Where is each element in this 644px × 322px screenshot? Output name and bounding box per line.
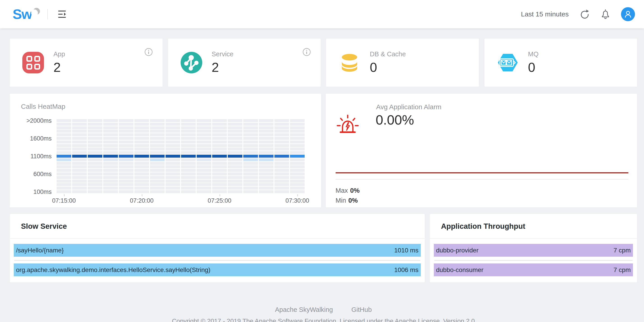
heatmap-cell	[103, 187, 118, 190]
heatmap-cell	[119, 141, 134, 144]
application-throughput-list: dubbo-provider7 cpmdubbo-consumer7 cpm	[430, 239, 637, 276]
list-item-value: 7 cpm	[614, 266, 631, 274]
heatmap-cell	[181, 137, 196, 140]
heatmap-cell	[274, 172, 289, 175]
heatmap-cell	[88, 180, 102, 183]
info-icon[interactable]	[302, 48, 311, 57]
refresh-button[interactable]	[580, 9, 590, 19]
sidebar-collapse-button[interactable]	[58, 10, 67, 18]
heatmap-cell	[274, 190, 289, 193]
heatmap-cell	[150, 183, 164, 186]
heatmap-cell	[274, 162, 289, 165]
heatmap-cell	[259, 169, 274, 172]
heatmap-cell	[212, 155, 227, 158]
user-avatar[interactable]	[621, 7, 635, 21]
notifications-button[interactable]	[601, 9, 610, 19]
heatmap-cell	[212, 144, 227, 147]
heatmap-cell	[72, 155, 87, 158]
heatmap-cell	[166, 141, 180, 144]
heatmap-cell	[166, 190, 180, 193]
heatmap-cell	[72, 130, 87, 133]
heatmap-cell	[197, 119, 211, 122]
heatmap-cell	[181, 119, 196, 122]
heatmap-cell	[119, 137, 134, 140]
heatmap-cell	[290, 169, 305, 172]
heatmap-cell	[134, 187, 149, 190]
stat-card-label: DB & Cache	[370, 50, 406, 58]
heatmap-cell	[103, 155, 118, 158]
heatmap-cell	[243, 176, 258, 179]
heatmap-cell	[243, 190, 258, 193]
alarm-max-stat: Max0%	[336, 187, 360, 194]
heatmap-cell	[181, 176, 196, 179]
heatmap-cell	[150, 130, 164, 133]
heatmap-cell	[274, 123, 289, 126]
calls-heatmap-panel: Calls HeatMap >2000ms1600ms1100ms600ms10…	[10, 93, 321, 208]
heatmap-cell	[72, 126, 87, 129]
heatmap-cell	[181, 190, 196, 193]
slow-service-title: Slow Service	[10, 214, 425, 239]
heatmap-cell	[228, 144, 242, 147]
calls-heatmap-grid	[56, 119, 305, 194]
heatmap-cell	[259, 148, 274, 151]
heatmap-cell	[72, 137, 87, 140]
heatmap-y-label: 1600ms	[10, 136, 52, 142]
heatmap-cell	[166, 130, 180, 133]
heatmap-cell	[228, 148, 242, 151]
heatmap-cell	[259, 141, 274, 144]
time-range-selector[interactable]: Last 15 minutes	[521, 10, 569, 18]
heatmap-cell	[274, 187, 289, 190]
heatmap-cell	[243, 172, 258, 175]
heatmap-cell	[290, 130, 305, 133]
heatmap-cell	[181, 165, 196, 168]
heatmap-cell	[103, 126, 118, 129]
heatmap-cell	[243, 126, 258, 129]
heatmap-cell	[259, 133, 274, 136]
skywalking-logo[interactable]: Sw	[13, 4, 41, 24]
bell-icon	[601, 9, 610, 19]
heatmap-cell	[243, 151, 258, 154]
footer-link-github[interactable]: GitHub	[351, 306, 372, 314]
heatmap-cell	[134, 176, 149, 179]
heatmap-cell	[197, 137, 211, 140]
heatmap-cell	[103, 165, 118, 168]
heatmap-cell	[88, 158, 102, 161]
heatmap-cell	[228, 190, 242, 193]
heatmap-cell	[243, 144, 258, 147]
heatmap-cell	[88, 148, 102, 151]
heatmap-cell	[134, 148, 149, 151]
heatmap-cell	[259, 180, 274, 183]
heatmap-cell	[259, 126, 274, 129]
heatmap-y-label: 1100ms	[10, 153, 52, 159]
heatmap-cell	[150, 169, 164, 172]
heatmap-cell	[197, 141, 211, 144]
heatmap-cell	[197, 169, 211, 172]
heatmap-cell	[88, 141, 102, 144]
footer-link-apache-skywalking[interactable]: Apache SkyWalking	[275, 306, 333, 314]
heatmap-cell	[72, 172, 87, 175]
heatmap-cell	[56, 162, 71, 165]
heatmap-cell	[119, 144, 134, 147]
heatmap-cell	[197, 176, 211, 179]
heatmap-cell	[274, 137, 289, 140]
heatmap-cell	[212, 119, 227, 122]
heatmap-cell	[274, 130, 289, 133]
heatmap-cell	[228, 130, 242, 133]
stat-card-value: 2	[54, 60, 65, 75]
stat-card-mq: MQ 0	[484, 38, 638, 87]
heatmap-cell	[259, 158, 274, 161]
heatmap-cell	[290, 133, 305, 136]
stat-card-label: Service	[212, 50, 234, 58]
alarm-value: 0.00%	[376, 112, 414, 128]
heatmap-cell	[290, 162, 305, 165]
heatmap-cell	[274, 155, 289, 158]
heatmap-cell	[119, 176, 134, 179]
heatmap-cell	[212, 123, 227, 126]
heatmap-cell	[134, 190, 149, 193]
heatmap-cell	[290, 144, 305, 147]
info-icon[interactable]	[144, 48, 153, 57]
heatmap-cell	[134, 158, 149, 161]
heatmap-cell	[181, 158, 196, 161]
heatmap-cell	[259, 137, 274, 140]
heatmap-cell	[119, 155, 134, 158]
